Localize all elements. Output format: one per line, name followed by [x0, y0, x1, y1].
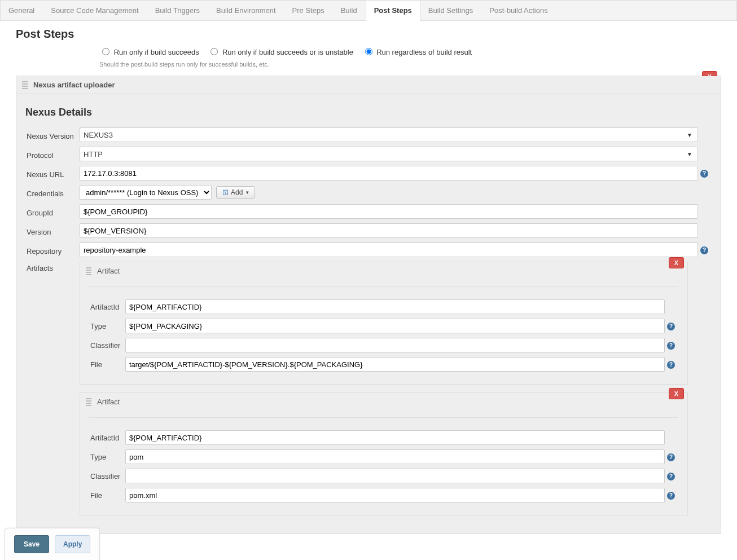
nexus-version-value: NEXUS3 — [84, 131, 113, 139]
groupid-input[interactable] — [80, 204, 698, 219]
version-input[interactable] — [80, 223, 698, 238]
type-input[interactable] — [125, 319, 665, 333]
artifacts-label: Artifacts — [27, 262, 80, 272]
drag-handle-icon[interactable] — [86, 398, 91, 406]
run-only-success-radio[interactable] — [102, 48, 109, 55]
classifier-label: Classifier — [90, 472, 125, 480]
tab-general[interactable]: General — [1, 1, 43, 20]
nexus-url-label: Nexus URL — [27, 168, 80, 179]
panel-title: Nexus artifact uploader — [33, 81, 115, 89]
classifier-label: Classifier — [90, 341, 125, 350]
nexus-version-label: Nexus Version — [27, 130, 80, 140]
tab-build-settings[interactable]: Build Settings — [420, 1, 482, 20]
run-only-success-label: Run only if build succeeds — [114, 48, 199, 56]
chevron-down-icon: ▼ — [687, 151, 694, 157]
nexus-uploader-panel: X Nexus artifact uploader Nexus Details … — [16, 76, 721, 534]
config-tabs: General Source Code Management Build Tri… — [0, 0, 737, 21]
type-label: Type — [90, 322, 125, 330]
file-label: File — [90, 491, 125, 500]
run-always-label: Run regardless of build result — [376, 48, 472, 56]
run-always-option[interactable]: Run regardless of build result — [362, 48, 472, 56]
artifactid-label: ArtifactId — [90, 303, 125, 311]
tab-build-triggers[interactable]: Build Triggers — [147, 1, 208, 20]
credentials-select[interactable]: admin/****** (Login to Nexus OSS) — [80, 185, 212, 200]
protocol-select[interactable]: HTTP ▼ — [80, 147, 698, 161]
artifactid-input[interactable] — [125, 430, 665, 445]
file-input[interactable] — [125, 357, 665, 372]
run-condition-help: Should the post-build steps run only for… — [99, 61, 737, 68]
protocol-value: HTTP — [84, 150, 103, 158]
classifier-input[interactable] — [125, 469, 665, 483]
tab-scm[interactable]: Source Code Management — [43, 1, 147, 20]
tab-build[interactable]: Build — [333, 1, 366, 20]
run-success-unstable-radio[interactable] — [210, 48, 218, 55]
type-label: Type — [90, 453, 125, 461]
chevron-down-icon: ▾ — [246, 189, 249, 195]
artifactid-input[interactable] — [125, 299, 665, 314]
help-icon[interactable]: ? — [700, 246, 708, 254]
artifact-panel-title: Artifact — [97, 267, 120, 275]
nexus-details-title: Nexus Details — [25, 107, 721, 118]
help-icon[interactable]: ? — [667, 361, 675, 369]
chevron-down-icon: ▼ — [687, 132, 694, 138]
help-icon[interactable]: ? — [667, 342, 675, 350]
run-success-unstable-option[interactable]: Run only if build succeeds or is unstabl… — [208, 48, 355, 56]
drag-handle-icon[interactable] — [22, 81, 28, 89]
tab-post-steps[interactable]: Post Steps — [366, 0, 420, 21]
run-success-unstable-label: Run only if build succeeds or is unstabl… — [222, 48, 353, 56]
version-label: Version — [27, 226, 80, 236]
classifier-input[interactable] — [125, 338, 665, 352]
nexus-version-select[interactable]: NEXUS3 ▼ — [80, 127, 698, 142]
help-icon[interactable]: ? — [667, 473, 675, 480]
tab-pre-steps[interactable]: Pre Steps — [284, 1, 333, 20]
tab-postbuild-actions[interactable]: Post-build Actions — [481, 1, 556, 20]
add-credentials-label: Add — [231, 188, 243, 196]
run-condition-group: Run only if build succeeds Run only if b… — [99, 46, 737, 56]
repository-label: Repository — [27, 245, 80, 255]
nexus-url-input[interactable] — [80, 166, 698, 180]
tab-build-env[interactable]: Build Environment — [208, 1, 284, 20]
panel-header: Nexus artifact uploader — [16, 76, 721, 94]
help-icon[interactable]: ? — [667, 323, 675, 330]
artifact-panel-title: Artifact — [97, 398, 120, 406]
add-credentials-button[interactable]: ⚿ Add▾ — [216, 186, 255, 199]
help-icon[interactable]: ? — [667, 492, 675, 500]
drag-handle-icon[interactable] — [86, 267, 91, 275]
file-input[interactable] — [125, 488, 665, 502]
key-icon: ⚿ — [222, 189, 229, 196]
artifactid-label: ArtifactId — [90, 434, 125, 442]
protocol-label: Protocol — [27, 149, 80, 160]
run-only-success-option[interactable]: Run only if build succeeds — [99, 48, 201, 56]
credentials-label: Credentials — [27, 187, 80, 198]
bottom-action-bar: Save Apply — [5, 528, 100, 534]
artifact-panel: X Artifact ArtifactId Type — [80, 393, 688, 515]
page-title: Post Steps — [16, 28, 737, 41]
groupid-label: GroupId — [27, 206, 80, 217]
repository-input[interactable] — [80, 242, 698, 257]
help-icon[interactable]: ? — [700, 170, 708, 178]
help-icon[interactable]: ? — [667, 453, 675, 461]
artifact-panel: X Artifact ArtifactId Type — [80, 262, 688, 385]
file-label: File — [90, 360, 125, 369]
type-input[interactable] — [125, 449, 665, 464]
run-always-radio[interactable] — [365, 48, 372, 55]
